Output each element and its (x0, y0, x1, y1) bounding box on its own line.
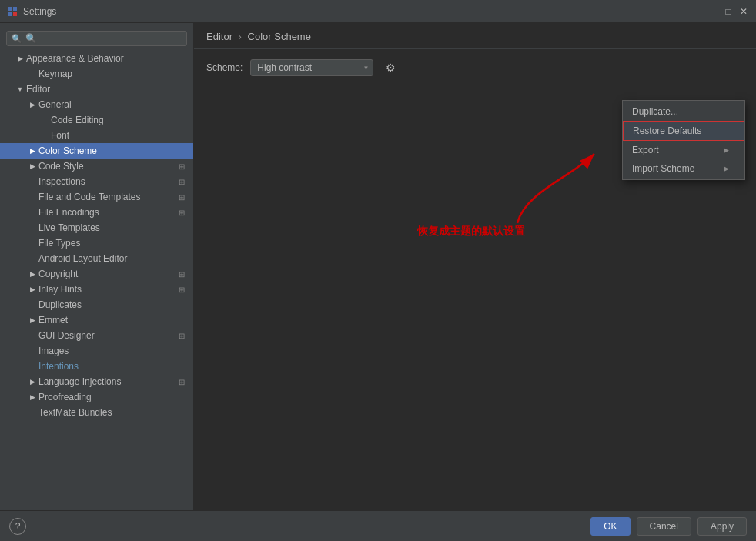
sidebar-item-file-code-templates[interactable]: File and Code Templates ⊞ (0, 189, 193, 205)
sidebar-item-label: TextMate Bundles (38, 407, 187, 418)
minimize-button[interactable]: ─ (707, 5, 719, 18)
sidebar-item-label: Inlay Hints (38, 284, 175, 295)
arrow-icon (28, 377, 37, 386)
sidebar-item-keymap[interactable]: Keymap (0, 66, 193, 82)
dropdown-menu: Duplicate... Restore Defaults Export ▶ I… (622, 100, 745, 180)
settings-icon: ⊞ (176, 284, 187, 295)
sidebar-item-android-layout[interactable]: Android Layout Editor (0, 251, 193, 266)
sidebar-item-label: GUI Designer (38, 330, 175, 341)
sidebar-item-inspections[interactable]: Inspections ⊞ (0, 174, 193, 189)
sidebar-item-code-style[interactable]: Code Style ⊞ (0, 159, 193, 174)
svg-rect-0 (8, 7, 12, 11)
sidebar-item-duplicates[interactable]: Duplicates (0, 297, 193, 312)
apply-button[interactable]: Apply (697, 517, 747, 536)
sidebar-item-live-templates[interactable]: Live Templates (0, 220, 193, 235)
title-bar: Settings ─ □ ✕ (0, 0, 756, 23)
settings-icon: ⊞ (176, 330, 187, 341)
sidebar-item-label: Language Injections (38, 376, 175, 387)
sidebar-item-language-injections[interactable]: Language Injections ⊞ (0, 374, 193, 389)
sidebar-item-file-types[interactable]: File Types (0, 235, 193, 251)
sidebar: 🔍 Appearance & Behavior Keymap Editor Ge… (0, 23, 194, 510)
sidebar-item-label: Editor (26, 84, 187, 95)
sidebar-item-label: File Types (38, 238, 187, 249)
svg-rect-1 (13, 7, 17, 11)
menu-item-import-scheme[interactable]: Import Scheme ▶ (623, 159, 744, 178)
cancel-button[interactable]: Cancel (637, 517, 691, 536)
sidebar-item-textmate-bundles[interactable]: TextMate Bundles (0, 405, 193, 420)
search-box[interactable]: 🔍 (6, 31, 187, 46)
menu-item-restore-defaults[interactable]: Restore Defaults (623, 121, 744, 141)
sidebar-item-label: Keymap (38, 68, 187, 79)
arrow-icon (28, 269, 37, 279)
sidebar-item-general[interactable]: General (0, 97, 193, 112)
breadcrumb: Editor › Color Scheme (206, 31, 311, 42)
main-layout: 🔍 Appearance & Behavior Keymap Editor Ge… (0, 23, 756, 510)
sidebar-item-editor[interactable]: Editor (0, 82, 193, 97)
sidebar-item-gui-designer[interactable]: GUI Designer ⊞ (0, 328, 193, 343)
menu-item-export[interactable]: Export ▶ (623, 141, 744, 159)
breadcrumb-parent: Editor (206, 31, 232, 42)
close-button[interactable]: ✕ (738, 5, 750, 18)
sidebar-item-label: File and Code Templates (38, 192, 175, 202)
arrow-icon (28, 146, 37, 155)
content-header: Editor › Color Scheme (194, 23, 756, 49)
arrow-icon (15, 54, 25, 63)
sidebar-item-label: Intentions (38, 361, 187, 372)
menu-item-label: Duplicate... (632, 106, 678, 117)
sidebar-item-appearance[interactable]: Appearance & Behavior (0, 51, 193, 66)
arrow-icon (28, 285, 37, 294)
arrow-icon (28, 162, 37, 171)
arrow-icon (28, 316, 37, 325)
settings-icon: ⊞ (176, 207, 187, 218)
search-input[interactable] (25, 33, 182, 44)
sidebar-item-label: Appearance & Behavior (26, 53, 187, 64)
bottom-right: OK Cancel Apply (590, 517, 747, 536)
sidebar-item-code-editing[interactable]: Code Editing (0, 112, 193, 128)
settings-icon: ⊞ (176, 376, 187, 387)
settings-icon: ⊞ (176, 176, 187, 187)
help-button[interactable]: ? (9, 518, 26, 535)
sidebar-item-copyright[interactable]: Copyright ⊞ (0, 266, 193, 282)
sidebar-item-label: Code Style (38, 161, 175, 172)
sidebar-item-intentions[interactable]: Intentions (0, 359, 193, 374)
scheme-select-wrapper: High contrast Default Darcula IntelliJ L… (250, 59, 373, 76)
ok-button[interactable]: OK (590, 517, 630, 536)
svg-rect-2 (8, 12, 12, 16)
window-title: Settings (23, 6, 707, 17)
submenu-arrow-icon: ▶ (724, 165, 729, 172)
sidebar-item-inlay-hints[interactable]: Inlay Hints ⊞ (0, 282, 193, 297)
settings-icon: ⊞ (176, 192, 187, 202)
menu-item-label: Restore Defaults (633, 125, 701, 136)
maximize-button[interactable]: □ (722, 5, 734, 18)
arrow-icon (28, 392, 37, 402)
svg-rect-3 (13, 12, 17, 16)
sidebar-item-file-encodings[interactable]: File Encodings ⊞ (0, 205, 193, 220)
menu-item-duplicate[interactable]: Duplicate... (623, 102, 744, 121)
sidebar-item-label: Images (38, 346, 187, 356)
scheme-select[interactable]: High contrast Default Darcula IntelliJ L… (250, 59, 373, 76)
arrow-icon (15, 85, 25, 94)
sidebar-item-label: Color Scheme (38, 145, 187, 156)
bottom-bar: ? OK Cancel Apply (0, 510, 756, 541)
sidebar-item-label: Proofreading (38, 392, 187, 402)
sidebar-item-color-scheme[interactable]: Color Scheme (0, 143, 193, 159)
sidebar-item-font[interactable]: Font (0, 128, 193, 143)
sidebar-item-label: Font (51, 130, 187, 141)
sidebar-item-label: Live Templates (38, 222, 187, 233)
sidebar-item-label: General (38, 99, 187, 110)
submenu-arrow-icon: ▶ (724, 146, 729, 154)
breadcrumb-current: Color Scheme (248, 31, 311, 42)
menu-item-label: Export (632, 145, 659, 155)
svg-text:恢复成主题的默认设置: 恢复成主题的默认设置 (417, 225, 525, 237)
breadcrumb-separator: › (239, 31, 242, 42)
bottom-left: ? (9, 518, 26, 535)
sidebar-item-label: Inspections (38, 176, 175, 187)
sidebar-item-label: Code Editing (51, 115, 187, 125)
sidebar-item-label: Duplicates (38, 299, 187, 310)
sidebar-item-emmet[interactable]: Emmet (0, 312, 193, 328)
sidebar-item-label: Emmet (38, 315, 187, 326)
arrow-icon (28, 100, 37, 109)
gear-button[interactable]: ⚙ (381, 58, 400, 77)
sidebar-item-proofreading[interactable]: Proofreading (0, 389, 193, 405)
sidebar-item-images[interactable]: Images (0, 343, 193, 359)
